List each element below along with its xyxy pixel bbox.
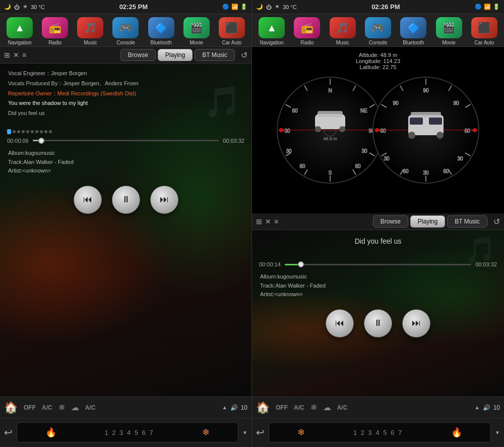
player-tabs: ⊞ ✕ ≡ Browse Playing BT Music ↺ — [0, 47, 251, 64]
right-app-bluetooth[interactable]: 🔷 Bluetooth — [400, 17, 426, 45]
svg-point-29 — [339, 126, 345, 132]
list-icon[interactable]: ≡ — [22, 51, 26, 59]
right-pause-button[interactable]: ⏸ — [364, 309, 392, 338]
defrost-icon[interactable]: ☁ — [71, 403, 79, 412]
right-app-movie[interactable]: 🎬 Movie — [436, 17, 462, 45]
carauto-icon[interactable]: ⬛ — [219, 17, 245, 38]
progress-bar[interactable] — [33, 140, 219, 141]
track-name: Track:Alan Walker - Faded — [8, 158, 243, 167]
app-radio[interactable]: 📻 Radio — [42, 17, 68, 45]
right-tab-playing[interactable]: Playing — [410, 215, 445, 228]
bluetooth-label: Bluetooth — [150, 40, 171, 45]
vol-down-arrow[interactable]: ▼ — [242, 430, 247, 435]
right-nav-icon[interactable]: ▲ — [259, 17, 285, 38]
lyric-line-3: Repertoire Owner：Medi Recordings (Swedis… — [8, 89, 243, 99]
left-temp: 30 °C — [31, 4, 45, 10]
right-console-icon[interactable]: 🎮 — [365, 17, 391, 38]
right-app-nav[interactable]: ▲ Navigation — [259, 17, 285, 45]
bluetooth-icon[interactable]: 🔷 — [148, 17, 174, 38]
right-tab-browse[interactable]: Browse — [373, 215, 408, 228]
app-bluetooth[interactable]: 🔷 Bluetooth — [148, 17, 174, 45]
volume-control: ▲ 🔊 10 — [222, 404, 247, 411]
right-back-nav-button[interactable]: ↩ — [256, 426, 265, 438]
prev-button[interactable]: ⏮ — [74, 186, 102, 214]
track-album: Album:kugoumusic — [8, 149, 243, 158]
right-movie-icon[interactable]: 🎬 — [436, 17, 462, 38]
track-info: Album:kugoumusic Track:Alan Walker - Fad… — [0, 146, 251, 179]
svg-point-30 — [279, 128, 283, 132]
fan-numbers: 1 2 3 4 5 6 7 — [104, 429, 154, 436]
svg-text:90: 90 — [423, 88, 429, 93]
right-tab-btmusic[interactable]: BT Music — [447, 215, 487, 228]
right-bt-icon: 🔵 — [475, 4, 482, 10]
music-icon[interactable]: 🎵 — [77, 17, 103, 38]
right-progress-bar[interactable] — [285, 264, 471, 265]
right-carauto-label: Car Auto — [474, 40, 494, 45]
nav-icon[interactable]: ▲ — [7, 17, 33, 38]
right-prev-button[interactable]: ⏮ — [326, 309, 354, 338]
svg-text:90: 90 — [393, 100, 399, 106]
shuffle-icon[interactable]: ✕ — [13, 51, 19, 59]
right-sun-icon: ☀ — [275, 4, 280, 10]
back-nav-button[interactable]: ↩ — [4, 426, 13, 438]
movie-icon[interactable]: 🎬 — [183, 17, 210, 38]
gps-info: Altitude: 48.9 m Longitude: 114.23 Latit… — [356, 52, 400, 70]
next-button[interactable]: ⏭ — [150, 186, 178, 214]
vol-up-arrow[interactable]: ▲ — [222, 405, 227, 410]
gps-longitude: Longitude: 114.23 — [356, 58, 400, 64]
right-app-console[interactable]: 🎮 Console — [365, 17, 391, 45]
power-icon: ⏻ — [14, 4, 20, 10]
right-equalizer-icon[interactable]: ⊞ — [256, 217, 262, 226]
tab-playing[interactable]: Playing — [158, 49, 193, 61]
right-back-icon[interactable]: ↺ — [493, 217, 500, 227]
player-controls: ⏮ ⏸ ⏭ — [0, 179, 251, 222]
tab-browse[interactable]: Browse — [120, 49, 156, 61]
radio-icon[interactable]: 📻 — [42, 17, 68, 38]
tab-btmusic[interactable]: BT Music — [195, 49, 235, 61]
right-app-music[interactable]: 🎵 Music — [330, 17, 356, 45]
back-icon[interactable]: ↺ — [241, 50, 247, 60]
home-button[interactable]: 🏠 — [4, 401, 18, 414]
progress-area: 00:00:06 00:03:32 — [0, 124, 251, 146]
right-fan-icon[interactable]: ❄ — [310, 403, 317, 412]
app-console[interactable]: 🎮 Console — [112, 17, 139, 45]
right-ac1-label: A/C — [294, 404, 304, 411]
right-radio-icon[interactable]: 📻 — [294, 17, 320, 38]
left-app-icons: ▲ Navigation 📻 Radio 🎵 Music 🎮 Console 🔷… — [0, 14, 251, 47]
right-progress-handle[interactable] — [298, 261, 304, 267]
app-nav[interactable]: ▲ Navigation — [7, 17, 33, 45]
pause-button[interactable]: ⏸ — [112, 186, 140, 214]
app-movie[interactable]: 🎬 Movie — [183, 17, 210, 45]
right-bluetooth-icon[interactable]: 🔷 — [400, 17, 426, 38]
right-progress-total: 00:03:32 — [475, 261, 497, 267]
right-music-icon[interactable]: 🎵 — [330, 17, 356, 38]
battery-icon: 🔋 — [240, 4, 247, 10]
tabs-group: Browse Playing BT Music — [120, 49, 235, 61]
status-left-icons: 🌙 ⏻ ☀ 30 °C — [4, 4, 45, 10]
svg-rect-62 — [410, 118, 423, 125]
right-defrost-icon[interactable]: ☁ — [323, 403, 331, 412]
nav-label: Navigation — [8, 40, 31, 45]
right-home-button[interactable]: 🏠 — [256, 401, 270, 414]
right-vol-up-arrow[interactable]: ▲ — [475, 405, 480, 410]
right-app-radio[interactable]: 📻 Radio — [294, 17, 320, 45]
wifi-icon: 📶 — [231, 4, 238, 10]
svg-text:30: 30 — [284, 128, 290, 134]
app-music[interactable]: 🎵 Music — [77, 17, 103, 45]
right-bottom-top: 🏠 OFF A/C ❄ ☁ A/C ▲ 🔊 10 — [252, 397, 504, 418]
right-heat-icon: 🔥 — [451, 427, 462, 438]
right-track-artist: Artist:<unknown> — [260, 290, 496, 299]
progress-handle[interactable] — [38, 138, 44, 144]
right-list-icon[interactable]: ≡ — [274, 217, 278, 226]
right-next-button[interactable]: ⏭ — [402, 309, 430, 338]
right-shuffle-icon[interactable]: ✕ — [265, 217, 271, 226]
right-carauto-icon[interactable]: ⬛ — [471, 17, 497, 38]
svg-text:60: 60 — [443, 169, 449, 174]
app-carauto[interactable]: ⬛ Car Auto — [219, 17, 245, 45]
fan-icon[interactable]: ❄ — [58, 403, 65, 412]
console-icon[interactable]: 🎮 — [112, 17, 139, 38]
ac2-label: A/C — [85, 404, 96, 411]
right-vol-down-arrow[interactable]: ▼ — [495, 430, 500, 435]
equalizer-icon[interactable]: ⊞ — [4, 51, 10, 59]
right-app-carauto[interactable]: ⬛ Car Auto — [471, 17, 497, 45]
